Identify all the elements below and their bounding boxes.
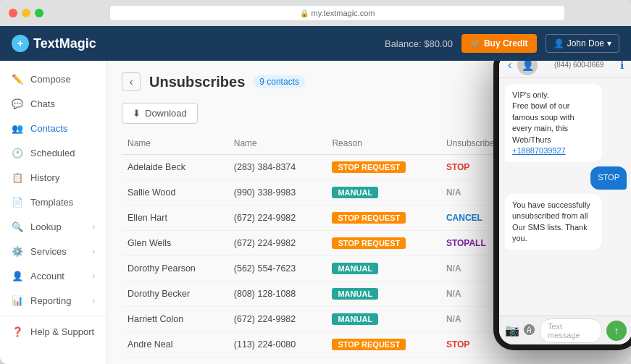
cell-phone: (113) 224-0080 xyxy=(228,332,327,357)
buy-credit-button[interactable]: 🛒 Buy Credit xyxy=(461,34,537,53)
sidebar-item-contacts[interactable]: 👥 Contacts xyxy=(0,116,106,140)
brand-icon: + xyxy=(12,35,29,52)
cell-reason: STOP REQUEST xyxy=(326,155,440,180)
cell-phone: (562) 554-7623 xyxy=(228,256,327,282)
phone-contact-info: (844) 600-0669 xyxy=(543,61,614,69)
cell-phone: (283) 384-8374 xyxy=(228,155,327,180)
back-button[interactable]: ‹ xyxy=(122,72,141,91)
sidebar-item-reporting[interactable]: 📊 Reporting › xyxy=(0,288,106,313)
reason-badge: STOP REQUEST xyxy=(332,161,406,173)
brand-name: TextMagic xyxy=(33,36,96,51)
chevron-right-icon: › xyxy=(93,272,95,280)
app-window: 🔒 my.textmagic.com + TextMagic Balance: … xyxy=(0,0,631,364)
phone-overlay: ‹ 👤 (844) 600-0669 ℹ VIP's only.Free bow… xyxy=(493,61,631,350)
url-bar[interactable]: 🔒 my.textmagic.com xyxy=(110,6,564,20)
title-bar: 🔒 my.textmagic.com xyxy=(0,0,631,26)
unsub-text: N/A xyxy=(446,314,461,324)
reason-badge: MANUAL xyxy=(332,288,378,300)
phone-text-input[interactable]: Text message xyxy=(540,318,602,343)
maximize-button[interactable] xyxy=(35,9,43,17)
sidebar-item-lookup[interactable]: 🔍 Lookup › xyxy=(0,214,106,239)
cart-icon: 🛒 xyxy=(470,38,481,48)
unsub-text: N/A xyxy=(446,263,461,274)
reason-badge: MANUAL xyxy=(332,313,378,325)
templates-icon: 📄 xyxy=(12,196,23,208)
cell-reason: MANUAL xyxy=(326,307,440,332)
chevron-right-icon: › xyxy=(93,223,95,231)
camera-icon[interactable]: 📷 xyxy=(505,323,519,337)
services-icon: ⚙️ xyxy=(12,245,23,257)
sidebar-item-templates[interactable]: 📄 Templates xyxy=(0,190,106,214)
app-layout: ✏️ Compose 💬 Chats 👥 Contacts 🕐 Schedule… xyxy=(0,61,631,364)
stop-text: STOP xyxy=(598,173,619,182)
unsub-text: CANCEL xyxy=(446,213,482,223)
traffic-lights xyxy=(9,9,43,17)
cell-name: Andre Neal xyxy=(122,332,228,357)
cell-reason: STOP REQUEST xyxy=(326,206,440,231)
top-nav: + TextMagic Balance: $80.00 🛒 Buy Credit… xyxy=(0,26,631,61)
contacts-count-badge: 9 contacts xyxy=(254,75,305,88)
cell-phone: (672) 224-9982 xyxy=(228,206,327,231)
table-row: Etta Beck (889) 754-0081 STOP REQUEST CA… xyxy=(122,357,617,365)
cell-name: Glen Wells xyxy=(122,231,228,256)
sidebar-item-scheduled[interactable]: 🕐 Scheduled xyxy=(0,140,106,165)
chevron-right-icon: › xyxy=(93,247,95,255)
reason-badge: MANUAL xyxy=(332,263,378,274)
reason-badge: STOP REQUEST xyxy=(332,212,406,224)
phone-status-bar: ‹ 👤 (844) 600-0669 ℹ xyxy=(499,61,631,78)
phone-back-icon[interactable]: ‹ xyxy=(508,61,511,72)
scheduled-icon: 🕐 xyxy=(12,147,23,158)
cell-phone: (808) 128-1088 xyxy=(228,282,327,307)
user-menu-button[interactable]: 👤 John Doe ▾ xyxy=(546,34,619,53)
cell-name: Adelaide Beck xyxy=(122,155,228,180)
cell-reason: MANUAL xyxy=(326,256,440,282)
cell-name: Harriett Colon xyxy=(122,307,228,332)
cell-phone: (990) 338-9983 xyxy=(228,180,327,206)
phone-input-bar: 📷 🅐 Text message ↑ xyxy=(499,316,631,344)
app-icon[interactable]: 🅐 xyxy=(524,324,535,337)
sidebar-item-account[interactable]: 👤 Account › xyxy=(0,263,106,288)
sidebar-item-chats[interactable]: 💬 Chats xyxy=(0,91,106,116)
phone-screen: ‹ 👤 (844) 600-0669 ℹ VIP's only.Free bow… xyxy=(499,61,631,344)
chevron-down-icon: ▾ xyxy=(607,38,611,48)
cell-reason: STOP REQUEST xyxy=(326,357,440,365)
history-icon: 📋 xyxy=(12,172,23,183)
compose-icon: ✏️ xyxy=(12,73,23,85)
cell-phone: (889) 754-0081 xyxy=(228,357,327,365)
col-header-reason: Reason xyxy=(326,132,440,155)
message-link[interactable]: +18887039927 xyxy=(512,146,566,155)
phone-avatar: 👤 xyxy=(517,61,538,75)
sidebar-item-compose[interactable]: ✏️ Compose xyxy=(0,67,106,91)
sidebar-item-help[interactable]: ❓ Help & Support xyxy=(0,319,106,344)
chats-icon: 💬 xyxy=(12,98,23,109)
cell-reason: STOP REQUEST xyxy=(326,231,440,256)
phone-info-icon[interactable]: ℹ xyxy=(620,61,624,71)
minimize-button[interactable] xyxy=(22,9,30,17)
url-text: my.textmagic.com xyxy=(312,9,375,17)
reason-badge: STOP REQUEST xyxy=(332,339,406,350)
contacts-icon: 👥 xyxy=(12,122,23,134)
system-reply-text: You have successfully unsubscribed from … xyxy=(512,200,590,242)
unsub-text: STOP xyxy=(446,162,469,172)
text-input-placeholder: Text message xyxy=(548,322,580,339)
cell-name: Dorothy Pearson xyxy=(122,256,228,282)
reason-badge: MANUAL xyxy=(332,187,378,198)
col-header-name2: Name xyxy=(228,132,327,155)
user-icon: 👤 xyxy=(553,38,564,48)
message-system-reply: You have successfully unsubscribed from … xyxy=(505,194,602,250)
download-button[interactable]: ⬇ Download xyxy=(122,103,198,124)
cell-phone: (672) 224-9982 xyxy=(228,231,327,256)
cell-reason: MANUAL xyxy=(326,282,440,307)
message-outgoing-stop: STOP xyxy=(590,166,627,189)
sidebar-item-services[interactable]: ⚙️ Services › xyxy=(0,239,106,263)
unsub-text: STOPALL xyxy=(446,238,486,248)
nav-right: Balance: $80.00 🛒 Buy Credit 👤 John Doe … xyxy=(385,34,619,53)
unsub-text: STOP xyxy=(446,339,469,350)
cell-time: 28 Jan 3:1 xyxy=(543,357,617,365)
cell-phone: (672) 224-9982 xyxy=(228,307,327,332)
reason-badge: STOP REQUEST xyxy=(332,237,406,249)
sidebar-item-history[interactable]: 📋 History xyxy=(0,165,106,190)
lock-icon: 🔒 xyxy=(300,9,309,17)
close-button[interactable] xyxy=(9,9,17,17)
phone-send-button[interactable]: ↑ xyxy=(606,321,627,341)
